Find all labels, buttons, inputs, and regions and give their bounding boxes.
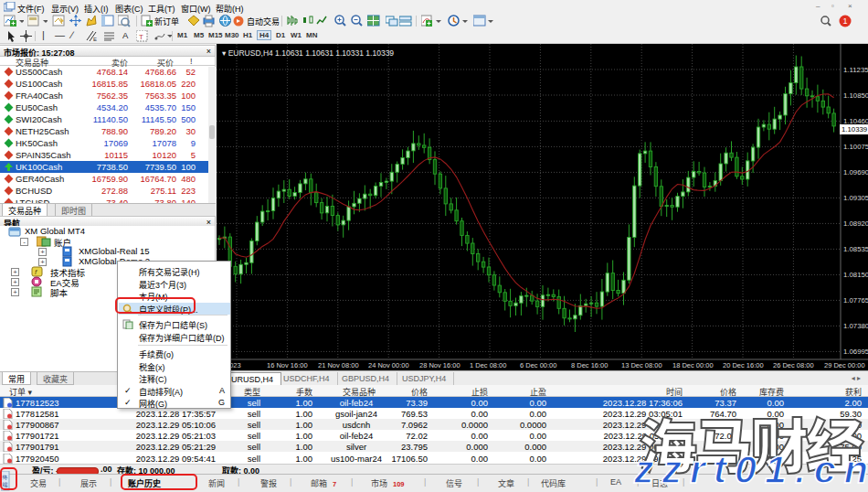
svg-text:E: E <box>93 37 97 42</box>
svg-text:1: 1 <box>843 16 848 26</box>
svg-text:T: T <box>139 33 143 41</box>
